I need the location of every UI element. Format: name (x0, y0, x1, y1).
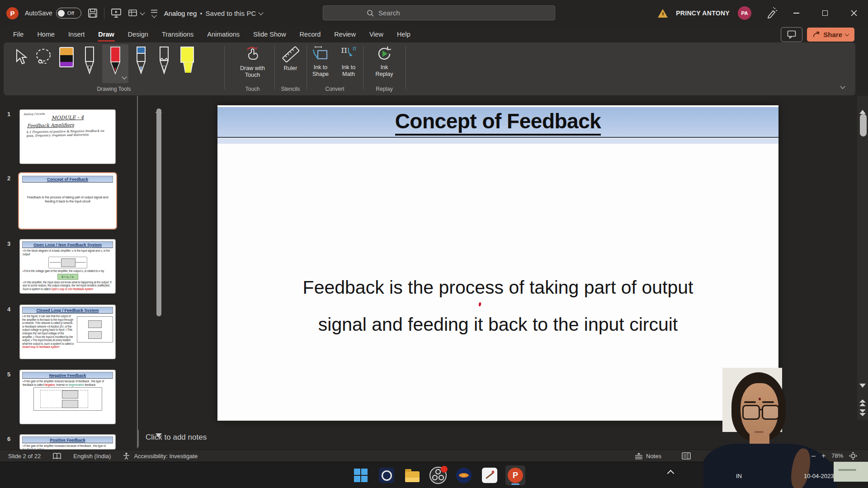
share-button[interactable]: Share (807, 28, 854, 42)
cursor-icon (13, 46, 28, 71)
tab-record[interactable]: Record (293, 28, 328, 41)
save-location-status: Saved to this PC (206, 9, 256, 17)
slide-thumbnail-2-selected[interactable]: Concept of Feedback Feedback is the proc… (20, 174, 115, 228)
slide-thumbnail-5[interactable]: Negative Feedback • If the gain of the a… (20, 370, 115, 424)
windows-logo-icon (354, 469, 368, 482)
thumb-number: 6 (7, 436, 16, 442)
main-scrollbar-thumb[interactable] (860, 114, 867, 136)
taskbar-file-explorer[interactable] (402, 465, 422, 485)
pen-black-tool[interactable] (79, 44, 100, 83)
taskbar-obs-studio[interactable] (428, 465, 448, 485)
mini-slide-title: Open Loop / Non Feedback System (22, 241, 113, 248)
warning-icon[interactable] (658, 9, 668, 18)
ink-to-math-sub-glyph: π (353, 45, 356, 52)
tray-language-indicator[interactable]: IN (736, 473, 742, 479)
zoom-out-button[interactable]: – (811, 452, 816, 460)
tab-file[interactable]: File (6, 28, 30, 41)
autosave-toggle[interactable]: Off (56, 8, 81, 19)
inking-pen-icon[interactable] (766, 7, 778, 19)
slide-body-text[interactable]: Feedback is the process of taking part o… (217, 269, 778, 343)
eraser-tool[interactable] (56, 44, 77, 83)
tray-date[interactable]: 10-04-2023 (804, 473, 834, 479)
autosave-label: AutoSave (25, 9, 52, 17)
minimize-button[interactable] (786, 0, 807, 26)
ink-replay-button[interactable]: Ink Replay (363, 45, 406, 78)
panel-divider[interactable] (137, 96, 138, 448)
pencil-tool[interactable] (154, 44, 175, 83)
zoom-level[interactable]: 78% (831, 452, 843, 459)
slide-thumbnail-3[interactable]: Open Loop / Non Feedback System • In the… (20, 239, 115, 293)
save-icon[interactable] (88, 8, 98, 18)
slide-thumbnail-6[interactable]: Positive Feedback • If the gain of the a… (20, 435, 115, 449)
close-button[interactable] (844, 0, 864, 26)
tab-transitions[interactable]: Transitions (155, 28, 200, 41)
notes-placeholder[interactable]: Click to add notes (146, 433, 207, 442)
stencils-group-label: Stencils (274, 86, 307, 93)
tab-help[interactable]: Help (390, 28, 417, 41)
notes-toggle-button[interactable]: Notes (635, 450, 661, 462)
ink-to-shape-button[interactable]: Ink to Shape (307, 45, 335, 78)
slide-indicator[interactable]: Slide 2 of 22 (8, 453, 41, 460)
replay-group-label: Replay (363, 86, 406, 93)
select-tool[interactable] (10, 44, 31, 83)
chevron-down-icon[interactable] (140, 10, 145, 15)
draw-with-touch-button[interactable]: Draw with Touch (231, 45, 274, 79)
slide-thumbnail-1[interactable]: Analog Circuits MODULE - 4 Feedback Ampl… (20, 110, 115, 164)
spell-check-button[interactable] (52, 452, 61, 460)
tab-draw[interactable]: Draw (91, 28, 121, 41)
start-slideshow-icon[interactable] (111, 8, 122, 18)
ruler-button[interactable]: Ruler (274, 45, 307, 72)
taskbar-whiteboard-app[interactable] (480, 465, 500, 485)
handwritten-line: 4.1 Properties of positive & Negative fe… (20, 127, 115, 138)
title-bar: P AutoSave Off (0, 0, 868, 26)
start-button[interactable] (351, 465, 371, 485)
pen-red-tool-selected[interactable] (102, 44, 128, 83)
ribbon-tab-bar: File Home Insert Draw Design Transitions… (0, 26, 868, 42)
tab-design[interactable]: Design (121, 28, 155, 41)
scroll-up-icon[interactable] (859, 102, 866, 110)
chevron-down-icon[interactable] (151, 13, 156, 18)
language-indicator[interactable]: English (India) (73, 453, 111, 460)
search-input[interactable]: Search (323, 5, 555, 20)
pen-blue-icon (133, 46, 149, 76)
pen-red-icon (108, 46, 123, 76)
avatar[interactable]: PA (738, 6, 751, 20)
comments-button[interactable] (781, 27, 802, 42)
mini-bullets: • In the figure, it can see that the out… (22, 314, 75, 349)
highlighter-tool[interactable] (177, 44, 198, 83)
document-title[interactable]: Analog reg • Saved to this PC (164, 9, 263, 17)
tab-insert[interactable]: Insert (61, 28, 91, 41)
slide-thumbnail-4[interactable]: Closed Loop / Feedback System • In the f… (20, 305, 115, 359)
presenter-eyebrow (762, 401, 774, 403)
ink-to-math-button[interactable]: π π Ink to Math (335, 45, 363, 78)
ink-replay-label: Ink Replay (376, 64, 393, 78)
autosave-control[interactable]: AutoSave Off (25, 8, 81, 19)
tab-animations[interactable]: Animations (200, 28, 246, 41)
taskbar-powerpoint-active[interactable]: P (505, 465, 525, 485)
thumb-panel-scrollbar[interactable] (156, 108, 161, 316)
fit-to-window-icon[interactable] (849, 452, 857, 460)
tab-review[interactable]: Review (327, 28, 363, 41)
collapse-ribbon-icon[interactable] (840, 84, 845, 89)
pen-blue-tool[interactable] (131, 44, 151, 83)
slide-canvas[interactable]: Concept of Feedback Feedback is the proc… (217, 105, 778, 421)
slide-title[interactable]: Concept of Feedback (395, 109, 601, 136)
taskbar-media-app[interactable] (454, 465, 474, 485)
tab-view[interactable]: View (363, 28, 390, 41)
search-icon (367, 9, 374, 17)
normal-view-button[interactable] (682, 452, 691, 460)
restore-button[interactable] (815, 0, 835, 26)
powerpoint-logo-icon: P (6, 7, 19, 19)
thumb-number: 1 (7, 111, 16, 117)
presenter-glasses (742, 405, 760, 420)
lasso-select-tool[interactable] (33, 44, 54, 83)
chevron-down-icon[interactable] (259, 10, 264, 15)
account-name[interactable]: PRINCY ANTONY (676, 9, 730, 17)
whiteboard-app-icon (482, 468, 497, 483)
accessibility-checker[interactable]: Accessibility: Investigate (123, 452, 198, 460)
tab-slideshow[interactable]: Slide Show (246, 28, 293, 41)
tab-home[interactable]: Home (30, 28, 61, 41)
taskbar-camera-app[interactable] (377, 465, 396, 485)
zoom-in-button[interactable]: + (821, 452, 826, 460)
new-slide-icon[interactable] (128, 9, 138, 18)
